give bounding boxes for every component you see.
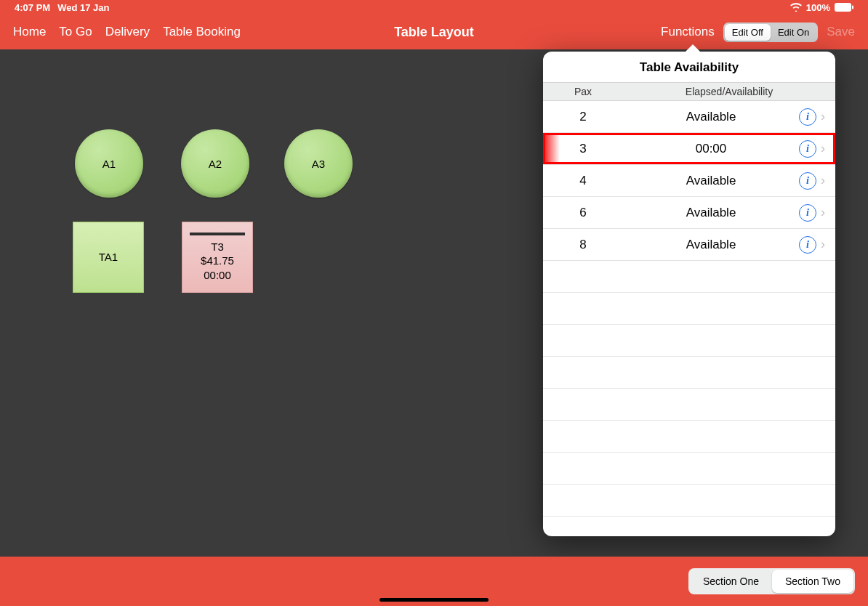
col-pax-label: Pax	[543, 86, 623, 97]
empty-row	[543, 485, 835, 517]
page-title: Table Layout	[394, 25, 474, 40]
table-amount: $41.75	[201, 254, 234, 268]
info-icon[interactable]: i	[799, 204, 816, 222]
row-pax: 8	[543, 238, 623, 252]
save-button[interactable]: Save	[827, 25, 855, 39]
home-indicator	[379, 598, 489, 602]
availability-row[interactable]: 4Availablei›	[543, 165, 835, 197]
section-toggle[interactable]: Section One Section Two	[688, 568, 855, 594]
chevron-right-icon: ›	[821, 237, 825, 252]
table-label: T3	[211, 240, 224, 254]
status-date: Wed 17 Jan	[57, 2, 109, 13]
wifi-icon	[790, 3, 802, 12]
empty-row	[543, 357, 835, 389]
chevron-right-icon: ›	[821, 173, 825, 188]
svg-rect-1	[852, 6, 853, 9]
row-pax: 6	[543, 206, 623, 220]
empty-row	[543, 421, 835, 453]
empty-row	[543, 453, 835, 485]
table-label: A1	[103, 158, 116, 170]
availability-rows: 2Availablei›300:00i›4Availablei›6Availab…	[543, 101, 835, 261]
popover-title: Table Availability	[543, 52, 835, 82]
chevron-right-icon: ›	[821, 141, 825, 156]
table-ta1[interactable]: TA1	[73, 222, 144, 293]
edit-off-button[interactable]: Edit Off	[725, 24, 771, 41]
table-availability-popover: Table Availability Pax Elapsed/Availabil…	[543, 52, 835, 536]
table-t3[interactable]: T3 $41.75 00:00	[182, 222, 253, 293]
edit-on-button[interactable]: Edit On	[771, 24, 816, 41]
availability-row[interactable]: 300:00i›	[543, 133, 835, 165]
row-pax: 2	[543, 110, 623, 124]
chevron-right-icon: ›	[821, 205, 825, 220]
popover-arrow	[685, 44, 701, 52]
nav-booking[interactable]: Table Booking	[163, 25, 241, 39]
popover-column-header: Pax Elapsed/Availability	[543, 82, 835, 101]
col-status-label: Elapsed/Availability	[623, 86, 835, 97]
availability-row[interactable]: 6Availablei›	[543, 197, 835, 229]
table-label: A3	[312, 158, 325, 170]
row-pax: 3	[543, 142, 623, 156]
row-pax: 4	[543, 174, 623, 188]
info-icon[interactable]: i	[799, 140, 816, 158]
row-status: Available	[623, 206, 799, 220]
nav-togo[interactable]: To Go	[59, 25, 92, 39]
info-icon[interactable]: i	[799, 236, 816, 254]
empty-row	[543, 293, 835, 325]
availability-row[interactable]: 8Availablei›	[543, 229, 835, 261]
edit-mode-toggle[interactable]: Edit Off Edit On	[723, 23, 818, 42]
functions-button[interactable]: Functions	[661, 25, 715, 39]
table-label: A2	[209, 158, 222, 170]
top-nav: Home To Go Delivery Table Booking Table …	[0, 15, 868, 49]
row-status: Available	[623, 238, 799, 252]
table-a3[interactable]: A3	[284, 129, 353, 198]
svg-rect-0	[835, 3, 851, 12]
battery-percent: 100%	[806, 2, 830, 13]
section-one-button[interactable]: Section One	[690, 570, 772, 593]
info-icon[interactable]: i	[799, 108, 816, 126]
row-status: 00:00	[623, 142, 799, 156]
chevron-right-icon: ›	[821, 109, 825, 124]
empty-row	[543, 389, 835, 421]
row-status: Available	[623, 110, 799, 124]
empty-row	[543, 325, 835, 357]
table-elapsed: 00:00	[204, 268, 231, 283]
nav-home[interactable]: Home	[13, 25, 46, 39]
status-time: 4:07 PM	[15, 2, 50, 13]
table-label: TA1	[99, 250, 118, 264]
row-status: Available	[623, 174, 799, 188]
info-icon[interactable]: i	[799, 172, 816, 190]
table-a1[interactable]: A1	[75, 129, 143, 198]
bottom-bar: Section One Section Two	[0, 557, 868, 606]
nav-delivery[interactable]: Delivery	[105, 25, 150, 39]
table-progress-bar	[190, 233, 245, 235]
table-a2[interactable]: A2	[181, 129, 249, 198]
battery-icon	[835, 3, 853, 12]
empty-row	[543, 261, 835, 293]
section-two-button[interactable]: Section Two	[772, 570, 853, 593]
table-layout-canvas[interactable]: A1 A2 A3 TA1 T3 $41.75 00:00 Table Avail…	[0, 49, 868, 557]
availability-row[interactable]: 2Availablei›	[543, 101, 835, 133]
status-bar: 4:07 PM Wed 17 Jan 100%	[0, 0, 868, 15]
